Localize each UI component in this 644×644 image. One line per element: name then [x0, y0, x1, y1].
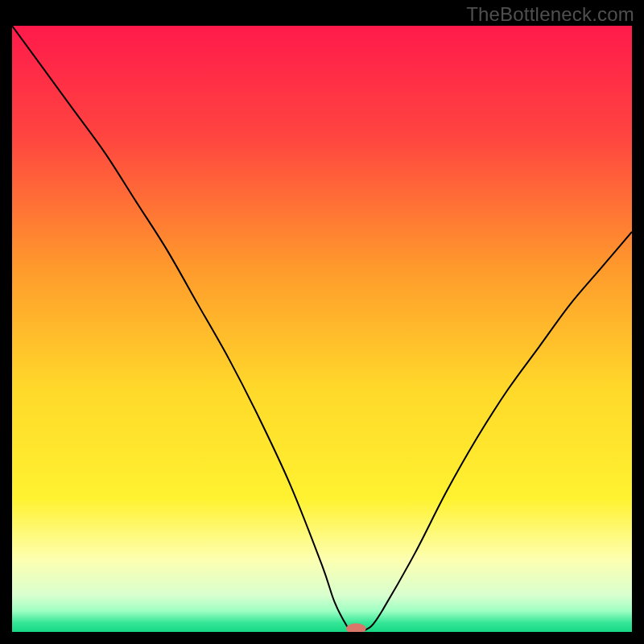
gradient-fill: [12, 26, 632, 632]
bottleneck-chart: [12, 26, 632, 632]
watermark-text: TheBottleneck.com: [466, 3, 634, 26]
chart-frame: [12, 26, 632, 632]
